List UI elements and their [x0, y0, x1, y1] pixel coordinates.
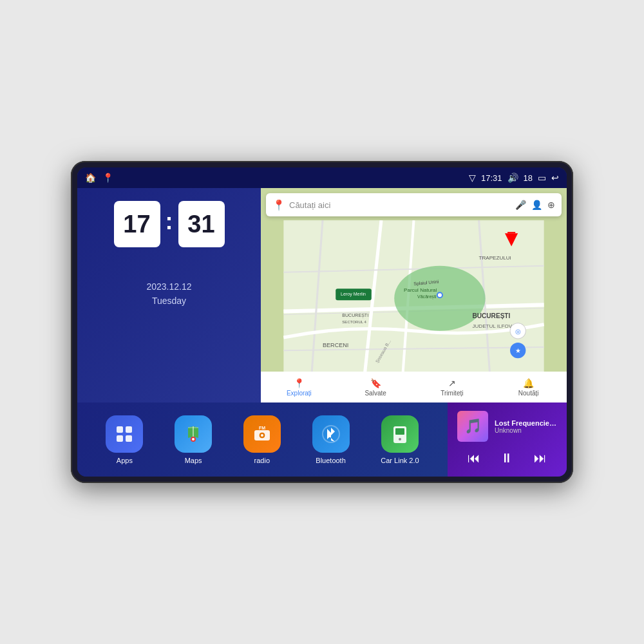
map-search-placeholder[interactable]: Căutați aici: [289, 200, 511, 210]
map-tab-explore-label: Explorați: [287, 390, 312, 397]
carlink-label: Car Link 2.0: [381, 457, 419, 464]
account-icon[interactable]: 👤: [531, 200, 542, 210]
apps-label: Apps: [117, 457, 133, 464]
map-pin-icon: 📍: [272, 199, 285, 211]
svg-text:BUCUREȘTI: BUCUREȘTI: [342, 313, 368, 318]
app-icons-panel: Apps Maps: [77, 402, 448, 477]
date-widget: 2023.12.12 Tuesday: [90, 279, 248, 308]
clock-widget: 17 : 31: [90, 201, 248, 247]
music-text-info: Lost Frequencies_Janieck Devy-... Unknow…: [495, 419, 557, 434]
map-tab-news[interactable]: 🔔 Noutăți: [490, 378, 567, 397]
music-player: 🎵 Lost Frequencies_Janieck Devy-... Unkn…: [448, 402, 567, 477]
svg-text:★: ★: [515, 347, 521, 354]
svg-text:Văcărești: Văcărești: [417, 294, 437, 299]
maps-status-icon[interactable]: 📍: [102, 173, 113, 183]
status-bar-right: ▽ 17:31 🔊 18 ▭ ↩: [469, 173, 559, 183]
saved-icon: 🔖: [370, 378, 381, 388]
svg-point-36: [192, 438, 194, 440]
map-tab-share-label: Trimiteți: [440, 390, 463, 397]
clock-hours: 17: [114, 201, 160, 247]
app-icon-carlink[interactable]: Car Link 2.0: [381, 415, 419, 464]
clock-status: 17:31: [481, 173, 502, 183]
explore-icon: 📍: [294, 378, 305, 388]
news-icon: 🔔: [523, 378, 534, 388]
svg-text:BUCUREȘTI: BUCUREȘTI: [472, 312, 510, 319]
maps-icon-circle: [175, 415, 212, 453]
music-artist: Unknown: [495, 427, 557, 434]
map-tab-saved-label: Salvate: [365, 390, 386, 397]
device-screen: 🏠 📍 ▽ 17:31 🔊 18 ▭ ↩ 17 : 31: [77, 167, 567, 477]
clock-colon: :: [166, 208, 173, 235]
battery-icon: ▭: [538, 173, 546, 183]
svg-text:◎: ◎: [515, 328, 521, 335]
apps-icon-circle: [106, 415, 143, 453]
app-icon-bluetooth[interactable]: Bluetooth: [312, 415, 350, 464]
car-display-device: 🏠 📍 ▽ 17:31 🔊 18 ▭ ↩ 17 : 31: [71, 161, 573, 483]
map-panel[interactable]: 📍 Căutați aici 🎤 👤 ⊕: [261, 188, 567, 402]
home-icon[interactable]: 🏠: [85, 173, 96, 183]
svg-text:SECTORUL 4: SECTORUL 4: [342, 320, 366, 324]
prev-button[interactable]: ⏮: [461, 448, 487, 468]
date-value: 2023.12.12: [90, 279, 248, 294]
carlink-icon-circle: [381, 415, 419, 453]
bluetooth-label: Bluetooth: [316, 457, 345, 464]
svg-text:Parcul Natural: Parcul Natural: [404, 287, 437, 293]
map-search-bar[interactable]: 📍 Căutați aici 🎤 👤 ⊕: [266, 193, 562, 216]
map-bottom-bar: 📍 Explorați 🔖 Salvate ↗ Trimiteți 🔔 Nout…: [261, 372, 567, 402]
svg-text:BERCENI: BERCENI: [323, 342, 348, 348]
bluetooth-icon-circle: [312, 415, 350, 453]
bottom-section: Apps Maps: [77, 402, 567, 477]
status-bar: 🏠 📍 ▽ 17:31 🔊 18 ▭ ↩: [77, 167, 567, 188]
app-icon-maps[interactable]: Maps: [175, 415, 212, 464]
map-tab-share[interactable]: ↗ Trimiteți: [414, 378, 491, 397]
svg-rect-34: [126, 435, 132, 442]
mic-icon[interactable]: 🎤: [515, 200, 526, 210]
svg-point-39: [261, 434, 263, 437]
map-tab-explore[interactable]: 📍 Explorați: [261, 378, 337, 397]
music-title: Lost Frequencies_Janieck Devy-...: [495, 419, 557, 427]
battery-level: 18: [524, 173, 533, 183]
music-controls: ⏮ ⏸ ⏭: [457, 448, 557, 468]
svg-text:Leroy Merlin: Leroy Merlin: [341, 292, 366, 297]
album-art: 🎵: [457, 411, 488, 442]
back-icon[interactable]: ↩: [551, 173, 559, 183]
map-tab-saved[interactable]: 🔖 Salvate: [337, 378, 414, 397]
app-icon-radio[interactable]: FM radio: [243, 415, 281, 464]
next-button[interactable]: ⏭: [527, 448, 553, 468]
svg-rect-33: [117, 435, 123, 442]
map-search-action-icons: 🎤 👤 ⊕: [515, 200, 555, 210]
signal-icon: ▽: [469, 173, 476, 183]
svg-point-13: [438, 293, 442, 297]
svg-text:JUDEȚUL ILFOV: JUDEȚUL ILFOV: [472, 323, 512, 329]
app-icon-apps[interactable]: Apps: [106, 415, 143, 464]
clock-panel: 17 : 31 2023.12.12 Tuesday: [77, 188, 261, 402]
volume-icon[interactable]: 🔊: [507, 173, 518, 183]
svg-rect-25: [507, 232, 515, 233]
svg-rect-43: [395, 428, 404, 435]
day-value: Tuesday: [90, 294, 248, 308]
music-info-row: 🎵 Lost Frequencies_Janieck Devy-... Unkn…: [457, 411, 557, 442]
play-pause-button[interactable]: ⏸: [494, 448, 520, 468]
status-bar-left: 🏠 📍: [85, 173, 113, 183]
map-tab-news-label: Noutăți: [518, 390, 539, 397]
svg-rect-31: [117, 426, 123, 433]
svg-point-44: [399, 438, 401, 440]
album-art-image: 🎵: [457, 411, 488, 442]
svg-rect-32: [126, 426, 132, 433]
main-content: 17 : 31 2023.12.12 Tuesday 📍 Căutați aic…: [77, 188, 567, 402]
radio-label: radio: [254, 457, 270, 464]
layers-icon[interactable]: ⊕: [547, 200, 555, 210]
maps-label: Maps: [185, 457, 202, 464]
svg-text:TRAPEZULUI: TRAPEZULUI: [479, 255, 511, 261]
svg-text:FM: FM: [259, 426, 265, 430]
radio-icon-circle: FM: [243, 415, 281, 453]
share-icon: ↗: [448, 378, 456, 388]
clock-minutes: 31: [178, 201, 225, 247]
